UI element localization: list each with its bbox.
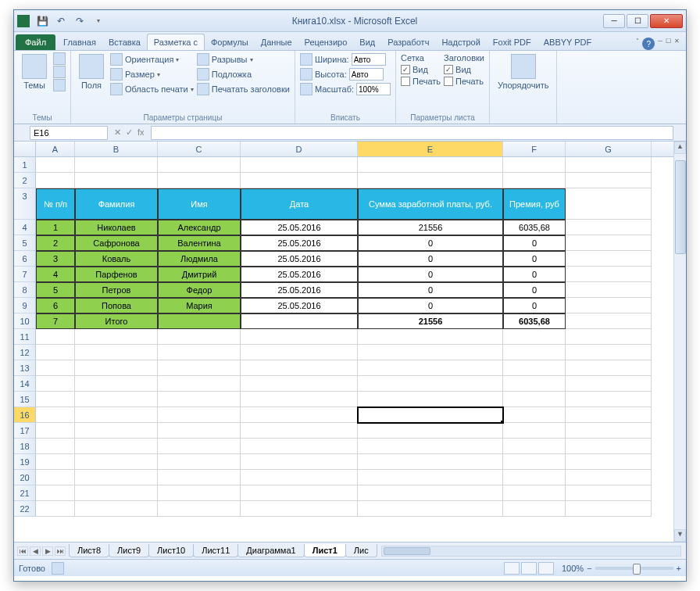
cell[interactable] xyxy=(503,392,566,407)
cell[interactable] xyxy=(566,360,652,376)
table-cell[interactable]: 5 xyxy=(36,282,75,298)
table-total-cell[interactable] xyxy=(241,313,358,329)
table-cell[interactable]: Коваль xyxy=(75,251,158,267)
cell[interactable] xyxy=(358,454,503,470)
select-all-corner[interactable] xyxy=(14,141,36,156)
cell[interactable] xyxy=(566,439,652,454)
table-cell[interactable]: 0 xyxy=(358,235,503,251)
table-cell[interactable]: 0 xyxy=(503,235,566,251)
orientation-button[interactable]: Ориентация▾ xyxy=(110,52,194,66)
table-cell[interactable]: 3 xyxy=(36,251,75,267)
head-print-checkbox[interactable] xyxy=(444,77,453,86)
cell[interactable] xyxy=(75,470,158,485)
cell[interactable] xyxy=(241,407,358,423)
cell[interactable] xyxy=(241,345,358,360)
ribbon-minimize[interactable]: ˄ xyxy=(636,38,639,50)
sheet-tab[interactable]: Лис xyxy=(345,544,377,557)
table-cell[interactable]: 1 xyxy=(36,220,75,235)
cell[interactable] xyxy=(36,376,75,392)
macro-record-icon[interactable] xyxy=(52,562,64,575)
row-17[interactable]: 17 xyxy=(14,423,35,439)
cell[interactable] xyxy=(566,329,652,345)
background-button[interactable]: Подложка xyxy=(197,67,290,81)
col-D[interactable]: D xyxy=(241,141,358,156)
cell[interactable] xyxy=(566,407,652,423)
minimize-button[interactable]: ─ xyxy=(603,14,625,28)
cell[interactable] xyxy=(158,423,241,439)
row-2[interactable]: 2 xyxy=(14,173,35,188)
close-button[interactable]: ✕ xyxy=(650,14,683,28)
cell[interactable] xyxy=(566,345,652,360)
table-cell[interactable]: Дмитрий xyxy=(158,267,241,282)
scale-input[interactable] xyxy=(356,83,391,95)
row-16[interactable]: 16 xyxy=(14,407,35,423)
cell[interactable] xyxy=(503,173,566,188)
hscroll-thumb[interactable] xyxy=(384,547,430,555)
row-10[interactable]: 10 xyxy=(14,313,35,329)
table-cell[interactable]: Сафронова xyxy=(75,235,158,251)
cell[interactable] xyxy=(75,360,158,376)
col-A[interactable]: A xyxy=(36,141,75,156)
width-input[interactable] xyxy=(352,53,386,66)
cell[interactable] xyxy=(503,470,566,485)
cell[interactable] xyxy=(158,470,241,485)
cell-grid[interactable]: № п/пФамилияИмяДатаСумма заработной плат… xyxy=(36,157,673,542)
cell[interactable] xyxy=(503,329,566,345)
page-break-view-button[interactable] xyxy=(538,562,554,575)
table-cell[interactable]: Парфенов xyxy=(75,267,158,282)
cell[interactable] xyxy=(158,360,241,376)
col-E[interactable]: E xyxy=(358,141,503,156)
cell[interactable] xyxy=(158,157,241,173)
sheet-first-icon[interactable]: ⏮ xyxy=(17,546,28,556)
table-cell[interactable]: 0 xyxy=(358,267,503,282)
scroll-thumb[interactable] xyxy=(675,160,686,254)
cell[interactable] xyxy=(36,345,75,360)
sheet-tab[interactable]: Лист10 xyxy=(148,544,194,557)
cell[interactable] xyxy=(36,407,75,423)
table-cell[interactable]: Александр xyxy=(158,220,241,235)
undo-button[interactable]: ↶ xyxy=(53,13,69,29)
table-cell[interactable]: Валентина xyxy=(158,235,241,251)
col-C[interactable]: C xyxy=(158,141,241,156)
cell[interactable] xyxy=(158,439,241,454)
table-cell[interactable]: 4 xyxy=(36,267,75,282)
cell[interactable] xyxy=(36,485,75,501)
cell[interactable] xyxy=(158,345,241,360)
workbook-close[interactable]: ✕ xyxy=(674,38,680,50)
table-cell[interactable]: 0 xyxy=(358,282,503,298)
table-cell[interactable]: Федор xyxy=(158,282,241,298)
cell[interactable] xyxy=(75,501,158,517)
cell[interactable] xyxy=(566,157,652,173)
tab-addins[interactable]: Надстрой xyxy=(435,34,486,50)
cell[interactable] xyxy=(75,485,158,501)
cell[interactable] xyxy=(566,376,652,392)
row-7[interactable]: 7 xyxy=(14,267,35,282)
horizontal-scrollbar[interactable] xyxy=(381,546,681,557)
cell[interactable] xyxy=(75,376,158,392)
cell[interactable] xyxy=(503,345,566,360)
col-B[interactable]: B xyxy=(75,141,158,156)
cell[interactable] xyxy=(503,501,566,517)
table-cell[interactable]: Попова xyxy=(75,298,158,313)
sheet-tab[interactable]: Лист1 xyxy=(304,544,346,557)
cell[interactable] xyxy=(241,157,358,173)
table-header[interactable]: № п/п xyxy=(36,188,75,220)
scroll-down-icon[interactable]: ▼ xyxy=(674,529,686,542)
col-G[interactable]: G xyxy=(566,141,652,156)
cell[interactable] xyxy=(36,329,75,345)
cell[interactable] xyxy=(158,329,241,345)
cell[interactable] xyxy=(75,173,158,188)
cell[interactable] xyxy=(75,329,158,345)
table-cell[interactable]: 0 xyxy=(503,298,566,313)
workbook-restore[interactable]: ☐ xyxy=(666,38,671,50)
row-13[interactable]: 13 xyxy=(14,360,35,376)
cell[interactable] xyxy=(241,470,358,485)
row-9[interactable]: 9 xyxy=(14,298,35,313)
tab-formulas[interactable]: Формулы xyxy=(205,34,255,50)
print-titles-button[interactable]: Печатать заголовки xyxy=(197,82,290,96)
table-header[interactable]: Сумма заработной платы, руб. xyxy=(358,188,503,220)
cell[interactable] xyxy=(566,485,652,501)
table-header[interactable]: Фамилия xyxy=(75,188,158,220)
cell[interactable] xyxy=(503,485,566,501)
cell[interactable] xyxy=(503,439,566,454)
